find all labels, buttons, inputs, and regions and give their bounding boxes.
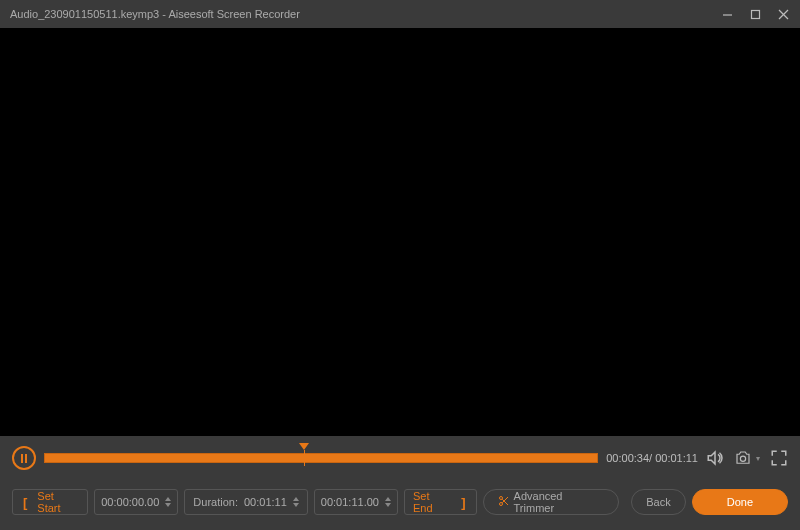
duration-value: 00:01:11 bbox=[244, 496, 287, 508]
window-controls bbox=[720, 7, 790, 21]
back-button[interactable]: Back bbox=[631, 489, 685, 515]
window-title: Audio_230901150511.keymp3 - Aiseesoft Sc… bbox=[10, 8, 720, 20]
close-icon bbox=[778, 9, 789, 20]
filename: Audio_230901150511.keymp3 bbox=[10, 8, 159, 20]
back-label: Back bbox=[646, 496, 670, 508]
done-button[interactable]: Done bbox=[692, 489, 788, 515]
set-start-label: Set Start bbox=[37, 490, 79, 514]
stepper-down-icon bbox=[385, 503, 391, 507]
svg-point-6 bbox=[499, 503, 502, 506]
end-time-value: 00:01:11.00 bbox=[321, 496, 379, 508]
set-end-label: Set End bbox=[413, 490, 451, 514]
duration-field: Duration:00:01:11 bbox=[184, 489, 307, 515]
time-display: 00:00:34/ 00:01:11 bbox=[606, 452, 698, 464]
playhead-marker[interactable] bbox=[299, 443, 309, 450]
advanced-trimmer-button[interactable]: Advanced Trimmer bbox=[483, 489, 620, 515]
stepper-up-icon bbox=[385, 497, 391, 501]
svg-rect-1 bbox=[751, 10, 759, 18]
set-end-button[interactable]: Set End ] bbox=[404, 489, 477, 515]
snapshot-button[interactable] bbox=[734, 449, 752, 467]
timeline[interactable] bbox=[44, 450, 598, 466]
svg-point-4 bbox=[740, 456, 745, 461]
minimize-button[interactable] bbox=[720, 7, 734, 21]
camera-icon bbox=[734, 449, 752, 467]
maximize-button[interactable] bbox=[748, 7, 762, 21]
stepper-down-icon bbox=[293, 503, 299, 507]
playhead-line bbox=[304, 450, 305, 466]
end-time-field[interactable]: 00:01:11.00 bbox=[314, 489, 398, 515]
duration-label: Duration: bbox=[193, 496, 238, 508]
pause-icon bbox=[21, 454, 27, 463]
done-label: Done bbox=[727, 496, 753, 508]
maximize-icon bbox=[750, 9, 761, 20]
playback-controls: 00:00:34/ 00:01:11 ▾ bbox=[0, 436, 800, 480]
start-time-value: 00:00:00.00 bbox=[101, 496, 159, 508]
snapshot-dropdown[interactable]: ▾ bbox=[756, 454, 760, 463]
svg-point-5 bbox=[499, 497, 502, 500]
volume-button[interactable] bbox=[706, 449, 724, 467]
total-time: 00:01:11 bbox=[655, 452, 698, 464]
preview-area bbox=[0, 28, 800, 436]
bracket-left-icon: [ bbox=[23, 495, 27, 510]
appname: Aiseesoft Screen Recorder bbox=[168, 8, 299, 20]
fullscreen-button[interactable] bbox=[770, 449, 788, 467]
bracket-right-icon: ] bbox=[461, 495, 465, 510]
start-time-field[interactable]: 00:00:00.00 bbox=[94, 489, 178, 515]
close-button[interactable] bbox=[776, 7, 790, 21]
timeline-fill bbox=[44, 453, 598, 463]
titlebar: Audio_230901150511.keymp3 - Aiseesoft Sc… bbox=[0, 0, 800, 28]
scissors-icon bbox=[498, 495, 510, 509]
fullscreen-icon bbox=[770, 449, 788, 467]
start-time-stepper[interactable] bbox=[165, 497, 171, 507]
pause-button[interactable] bbox=[12, 446, 36, 470]
volume-icon bbox=[706, 449, 724, 467]
stepper-up-icon bbox=[165, 497, 171, 501]
right-controls: ▾ bbox=[706, 449, 788, 467]
duration-stepper[interactable] bbox=[293, 497, 299, 507]
trim-toolbar: [ Set Start 00:00:00.00 Duration:00:01:1… bbox=[0, 480, 800, 524]
stepper-up-icon bbox=[293, 497, 299, 501]
end-time-stepper[interactable] bbox=[385, 497, 391, 507]
advanced-trimmer-label: Advanced Trimmer bbox=[514, 490, 605, 514]
minimize-icon bbox=[722, 9, 733, 20]
stepper-down-icon bbox=[165, 503, 171, 507]
set-start-button[interactable]: [ Set Start bbox=[12, 489, 88, 515]
current-time: 00:00:34 bbox=[606, 452, 649, 464]
